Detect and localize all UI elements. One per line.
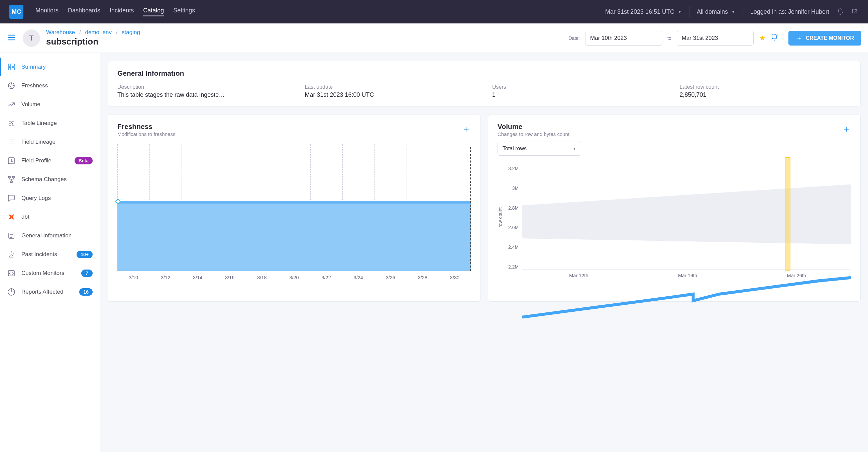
x-tick: 3/26 [374,275,407,280]
x-tick: 3/22 [310,275,342,280]
badge: 16 [79,288,93,295]
chevron-down-icon: ▼ [573,147,576,151]
sidebar-item-label: Field Profile [22,158,52,164]
sidebar-item-field-profile[interactable]: Field ProfileBeta [0,151,100,170]
freshness-x-axis: 3/103/123/143/163/183/203/223/243/263/28… [117,275,471,280]
sidebar-item-schema-changes[interactable]: Schema Changes [0,170,100,189]
sidebar-item-label: Table Lineage [22,120,57,126]
add-volume-icon[interactable]: ＋ [842,122,851,135]
domain-selector[interactable]: All domains ▼ [697,8,735,16]
external-link-icon[interactable] [851,8,859,16]
general-info-title: General Information [117,69,851,77]
create-monitor-label: CREATE MONITOR [806,35,854,41]
x-tick: 3/14 [182,275,214,280]
sidebar-item-label: dbt [22,214,29,220]
timestamp-display[interactable]: Mar 31st 2023 16:51 UTC ▼ [605,8,682,16]
alert-bell-icon[interactable] [771,34,778,42]
sidebar-item-reports-affected[interactable]: Reports Affected16 [0,283,100,301]
y-tick: 2.2M [508,264,519,270]
nav-monitors[interactable]: Monitors [35,7,59,17]
grid-icon [7,63,16,71]
nav-dashboards[interactable]: Dashboards [68,7,100,17]
sidebar-item-label: Query Logs [22,195,51,202]
nav-catalog[interactable]: Catalog [143,7,164,17]
date-to-input[interactable] [677,31,754,46]
svg-rect-4 [12,68,14,70]
bar-icon [7,157,16,165]
breadcrumb-warehouse[interactable]: Warehouse [46,29,75,35]
sidebar-item-past-incidents[interactable]: Past Incidents10+ [0,245,100,264]
logged-in-prefix: Logged in as: [750,8,788,15]
schema-icon [7,175,16,183]
subheader: T Warehouse / demo_env / staging subscri… [0,23,868,53]
svg-rect-2 [12,64,14,66]
sidebar-item-label: Schema Changes [22,176,66,183]
x-tick: 3/28 [407,275,439,280]
x-tick: 3/24 [342,275,374,280]
svg-rect-9 [10,181,12,182]
sidebar-item-label: Freshness [22,82,48,89]
svg-rect-3 [8,68,11,70]
list-icon [7,138,16,146]
freshness-chart[interactable] [117,144,471,271]
badge: 10+ [76,251,93,258]
volume-y-axis: 3.2M3M2.8M2.6M2.4M2.2M [505,166,522,270]
table-avatar: T [23,29,40,47]
create-monitor-button[interactable]: ＋ CREATE MONITOR [788,31,861,46]
date-from-input[interactable] [585,31,662,46]
add-freshness-icon[interactable]: ＋ [461,122,471,135]
bell-icon[interactable] [837,8,844,16]
star-icon[interactable]: ★ [759,34,766,43]
freshness-subtitle: Modifications to freshness [117,131,175,137]
logo[interactable]: MC [9,5,23,19]
breadcrumb-demo-env[interactable]: demo_env [85,29,112,35]
main-content: General Information Description This tab… [100,53,868,452]
code-icon [7,269,16,277]
leaf-icon [7,82,16,90]
page-title: subscription [46,36,140,47]
chevron-down-icon: ▼ [678,9,682,14]
hamburger-icon[interactable] [7,33,16,43]
breadcrumb-staging[interactable]: staging [122,29,140,35]
volume-highlight-marker [785,158,790,271]
sidebar-item-custom-monitors[interactable]: Custom Monitors7 [0,264,100,283]
last-update-label: Last update [305,84,476,90]
nav-incidents[interactable]: Incidents [110,7,134,17]
users-value: 1 [492,91,602,98]
volume-y-label: row count [498,166,503,270]
sidebar-item-label: Field Lineage [22,139,56,145]
sidebar-item-general-information[interactable]: General Information [0,226,100,245]
clipboard-icon [7,232,16,240]
sidebar-item-label: General Information [22,232,71,239]
badge: Beta [74,157,93,164]
y-tick: 3M [508,186,519,191]
nav-items: Monitors Dashboards Incidents Catalog Se… [35,7,195,17]
chevron-down-icon: ▼ [731,9,735,14]
volume-subtitle: Changes to row and bytes count [498,131,569,137]
trend-icon [7,101,16,109]
sidebar-item-freshness[interactable]: Freshness [0,76,100,95]
x-tick: 3/20 [278,275,310,280]
domain-label: All domains [697,8,728,16]
sidebar-item-volume[interactable]: Volume [0,95,100,114]
sidebar-item-query-logs[interactable]: Query Logs [0,189,100,207]
date-to-label: to [668,35,672,41]
volume-chart[interactable]: row count 3.2M3M2.8M2.6M2.4M2.2M [498,166,851,270]
x-tick: 3/10 [117,275,150,280]
sidebar-item-dbt[interactable]: dbt [0,207,100,226]
sidebar-item-label: Volume [22,101,40,108]
volume-metric-select[interactable]: Total rows ▼ [498,142,581,156]
sidebar-item-field-lineage[interactable]: Field Lineage [0,133,100,151]
y-tick: 2.6M [508,225,519,230]
x-tick: 3/18 [246,275,278,280]
separator [689,6,689,18]
logged-in-user: Jennifer Hubert [788,8,829,15]
nav-settings[interactable]: Settings [173,7,195,17]
chat-icon [7,194,16,202]
sidebar-item-table-lineage[interactable]: Table Lineage [0,114,100,133]
sidebar-item-summary[interactable]: Summary [0,58,100,76]
lineage-icon [7,119,16,127]
top-nav: MC Monitors Dashboards Incidents Catalog… [0,0,868,23]
sidebar-item-label: Custom Monitors [22,270,64,277]
pie-icon [7,288,16,296]
